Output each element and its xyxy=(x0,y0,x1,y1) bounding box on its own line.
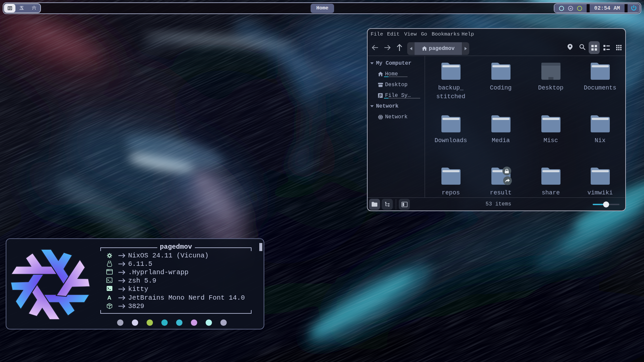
svg-text:A: A xyxy=(107,295,111,300)
